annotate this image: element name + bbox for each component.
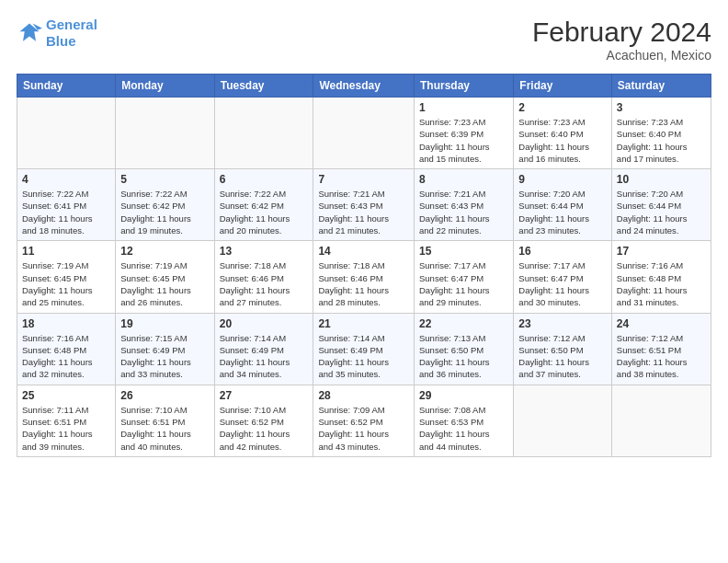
calendar-cell: 27Sunrise: 7:10 AM Sunset: 6:52 PM Dayli… — [214, 385, 313, 456]
calendar-table: SundayMondayTuesdayWednesdayThursdayFrid… — [17, 74, 711, 457]
day-info: Sunrise: 7:16 AM Sunset: 6:48 PM Dayligh… — [617, 259, 706, 308]
weekday-header-friday: Friday — [514, 75, 612, 98]
day-number: 10 — [617, 173, 706, 186]
calendar-cell: 3Sunrise: 7:23 AM Sunset: 6:40 PM Daylig… — [611, 98, 711, 169]
weekday-header-tuesday: Tuesday — [214, 75, 313, 98]
calendar-cell — [116, 98, 214, 169]
calendar-cell: 25Sunrise: 7:11 AM Sunset: 6:51 PM Dayli… — [17, 385, 116, 456]
day-info: Sunrise: 7:19 AM Sunset: 6:45 PM Dayligh… — [22, 259, 110, 308]
day-number: 6 — [220, 173, 309, 186]
day-number: 21 — [318, 317, 409, 330]
weekday-header-row: SundayMondayTuesdayWednesdayThursdayFrid… — [17, 75, 711, 98]
calendar-week-row: 1Sunrise: 7:23 AM Sunset: 6:39 PM Daylig… — [17, 98, 711, 169]
day-number: 26 — [120, 389, 209, 402]
calendar-cell: 10Sunrise: 7:20 AM Sunset: 6:44 PM Dayli… — [611, 169, 711, 241]
day-info: Sunrise: 7:20 AM Sunset: 6:44 PM Dayligh… — [617, 188, 706, 236]
day-number: 22 — [419, 317, 508, 330]
day-info: Sunrise: 7:22 AM Sunset: 6:42 PM Dayligh… — [120, 188, 209, 236]
day-info: Sunrise: 7:14 AM Sunset: 6:49 PM Dayligh… — [318, 332, 409, 381]
calendar-cell: 21Sunrise: 7:14 AM Sunset: 6:49 PM Dayli… — [313, 313, 415, 385]
day-number: 27 — [220, 389, 309, 402]
weekday-header-sunday: Sunday — [17, 75, 116, 98]
calendar-cell: 20Sunrise: 7:14 AM Sunset: 6:49 PM Dayli… — [214, 313, 313, 385]
weekday-header-wednesday: Wednesday — [313, 75, 415, 98]
day-number: 5 — [120, 173, 209, 186]
calendar-week-row: 25Sunrise: 7:11 AM Sunset: 6:51 PM Dayli… — [17, 385, 711, 456]
calendar-cell — [313, 98, 415, 169]
day-number: 11 — [22, 245, 110, 258]
day-number: 29 — [419, 389, 508, 402]
day-number: 25 — [22, 389, 110, 402]
weekday-header-monday: Monday — [116, 75, 214, 98]
day-info: Sunrise: 7:17 AM Sunset: 6:47 PM Dayligh… — [518, 259, 607, 308]
day-number: 24 — [617, 317, 706, 330]
calendar-cell: 26Sunrise: 7:10 AM Sunset: 6:51 PM Dayli… — [116, 385, 214, 456]
calendar-cell: 24Sunrise: 7:12 AM Sunset: 6:51 PM Dayli… — [611, 313, 711, 385]
logo-blue: Blue — [46, 33, 76, 49]
calendar-cell: 29Sunrise: 7:08 AM Sunset: 6:53 PM Dayli… — [415, 385, 514, 456]
location: Acachuen, Mexico — [532, 48, 711, 63]
logo: General Blue — [17, 17, 97, 50]
day-number: 17 — [617, 245, 706, 258]
day-info: Sunrise: 7:19 AM Sunset: 6:45 PM Dayligh… — [120, 259, 209, 308]
calendar-cell: 22Sunrise: 7:13 AM Sunset: 6:50 PM Dayli… — [415, 313, 514, 385]
calendar-cell — [514, 385, 612, 456]
day-info: Sunrise: 7:23 AM Sunset: 6:40 PM Dayligh… — [518, 116, 607, 165]
day-info: Sunrise: 7:21 AM Sunset: 6:43 PM Dayligh… — [419, 188, 508, 236]
day-info: Sunrise: 7:08 AM Sunset: 6:53 PM Dayligh… — [419, 404, 508, 453]
day-number: 13 — [220, 245, 309, 258]
calendar-week-row: 4Sunrise: 7:22 AM Sunset: 6:41 PM Daylig… — [17, 169, 711, 241]
calendar-cell: 11Sunrise: 7:19 AM Sunset: 6:45 PM Dayli… — [17, 241, 116, 313]
day-number: 16 — [518, 245, 607, 258]
calendar-cell — [17, 98, 116, 169]
calendar-cell: 5Sunrise: 7:22 AM Sunset: 6:42 PM Daylig… — [116, 169, 214, 241]
day-number: 28 — [318, 389, 409, 402]
day-number: 15 — [419, 245, 508, 258]
day-info: Sunrise: 7:13 AM Sunset: 6:50 PM Dayligh… — [419, 332, 508, 381]
calendar-cell: 16Sunrise: 7:17 AM Sunset: 6:47 PM Dayli… — [514, 241, 612, 313]
day-info: Sunrise: 7:15 AM Sunset: 6:49 PM Dayligh… — [120, 332, 209, 381]
day-number: 2 — [518, 101, 607, 114]
calendar-cell — [214, 98, 313, 169]
day-info: Sunrise: 7:18 AM Sunset: 6:46 PM Dayligh… — [220, 259, 309, 308]
day-info: Sunrise: 7:14 AM Sunset: 6:49 PM Dayligh… — [220, 332, 309, 381]
day-info: Sunrise: 7:22 AM Sunset: 6:42 PM Dayligh… — [220, 188, 309, 236]
day-info: Sunrise: 7:11 AM Sunset: 6:51 PM Dayligh… — [22, 404, 110, 453]
weekday-header-thursday: Thursday — [415, 75, 514, 98]
calendar-cell: 19Sunrise: 7:15 AM Sunset: 6:49 PM Dayli… — [116, 313, 214, 385]
day-number: 1 — [419, 101, 508, 114]
calendar-cell: 6Sunrise: 7:22 AM Sunset: 6:42 PM Daylig… — [214, 169, 313, 241]
day-number: 19 — [120, 317, 209, 330]
day-info: Sunrise: 7:10 AM Sunset: 6:51 PM Dayligh… — [120, 404, 209, 453]
calendar-cell — [611, 385, 711, 456]
day-number: 20 — [220, 317, 309, 330]
month-title: February 2024 — [532, 17, 711, 48]
day-info: Sunrise: 7:18 AM Sunset: 6:46 PM Dayligh… — [318, 259, 409, 308]
day-number: 12 — [120, 245, 209, 258]
day-number: 7 — [318, 173, 409, 186]
calendar-cell: 9Sunrise: 7:20 AM Sunset: 6:44 PM Daylig… — [514, 169, 612, 241]
calendar-cell: 23Sunrise: 7:12 AM Sunset: 6:50 PM Dayli… — [514, 313, 612, 385]
day-info: Sunrise: 7:16 AM Sunset: 6:48 PM Dayligh… — [22, 332, 110, 381]
calendar-cell: 1Sunrise: 7:23 AM Sunset: 6:39 PM Daylig… — [415, 98, 514, 169]
day-number: 14 — [318, 245, 409, 258]
calendar-cell: 12Sunrise: 7:19 AM Sunset: 6:45 PM Dayli… — [116, 241, 214, 313]
weekday-header-saturday: Saturday — [611, 75, 711, 98]
logo-text: General Blue — [46, 17, 97, 50]
calendar-cell: 2Sunrise: 7:23 AM Sunset: 6:40 PM Daylig… — [514, 98, 612, 169]
day-info: Sunrise: 7:22 AM Sunset: 6:41 PM Dayligh… — [22, 188, 110, 236]
calendar-cell: 15Sunrise: 7:17 AM Sunset: 6:47 PM Dayli… — [415, 241, 514, 313]
calendar-week-row: 18Sunrise: 7:16 AM Sunset: 6:48 PM Dayli… — [17, 313, 711, 385]
day-number: 4 — [22, 173, 110, 186]
day-info: Sunrise: 7:12 AM Sunset: 6:51 PM Dayligh… — [617, 332, 706, 381]
page: General Blue February 2024 Acachuen, Mex… — [0, 0, 728, 563]
day-info: Sunrise: 7:23 AM Sunset: 6:40 PM Dayligh… — [617, 116, 706, 165]
calendar-cell: 14Sunrise: 7:18 AM Sunset: 6:46 PM Dayli… — [313, 241, 415, 313]
day-info: Sunrise: 7:12 AM Sunset: 6:50 PM Dayligh… — [518, 332, 607, 381]
title-block: February 2024 Acachuen, Mexico — [532, 17, 711, 63]
day-info: Sunrise: 7:17 AM Sunset: 6:47 PM Dayligh… — [419, 259, 508, 308]
calendar-cell: 18Sunrise: 7:16 AM Sunset: 6:48 PM Dayli… — [17, 313, 116, 385]
day-info: Sunrise: 7:10 AM Sunset: 6:52 PM Dayligh… — [220, 404, 309, 453]
header: General Blue February 2024 Acachuen, Mex… — [17, 17, 711, 63]
day-info: Sunrise: 7:09 AM Sunset: 6:52 PM Dayligh… — [318, 404, 409, 453]
